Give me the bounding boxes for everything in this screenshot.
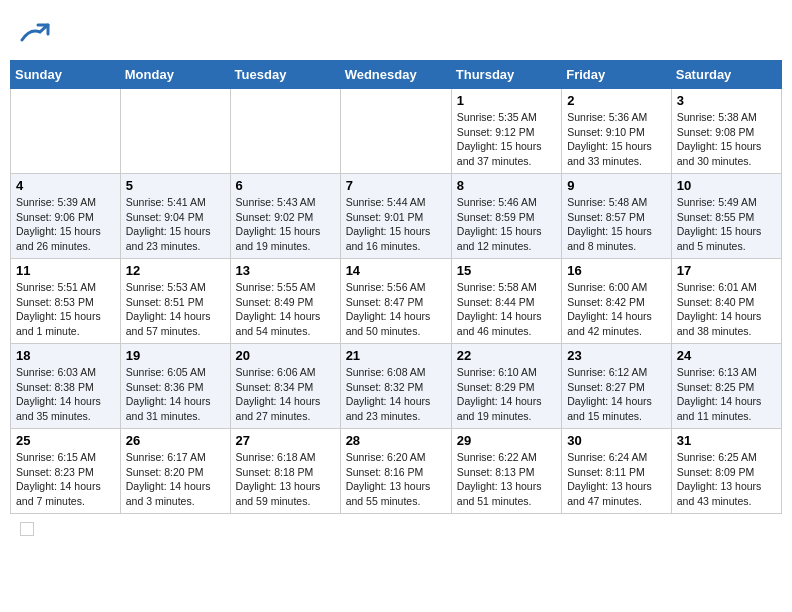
day-number: 27 bbox=[236, 433, 335, 448]
day-info: Sunrise: 6:22 AM Sunset: 8:13 PM Dayligh… bbox=[457, 450, 556, 509]
calendar-table: SundayMondayTuesdayWednesdayThursdayFrid… bbox=[10, 60, 782, 514]
day-info: Sunrise: 6:18 AM Sunset: 8:18 PM Dayligh… bbox=[236, 450, 335, 509]
day-number: 10 bbox=[677, 178, 776, 193]
day-number: 8 bbox=[457, 178, 556, 193]
day-number: 12 bbox=[126, 263, 225, 278]
calendar-day-header: Wednesday bbox=[340, 61, 451, 89]
calendar-day-header: Sunday bbox=[11, 61, 121, 89]
calendar-cell: 28Sunrise: 6:20 AM Sunset: 8:16 PM Dayli… bbox=[340, 429, 451, 514]
day-number: 22 bbox=[457, 348, 556, 363]
calendar-cell: 10Sunrise: 5:49 AM Sunset: 8:55 PM Dayli… bbox=[671, 174, 781, 259]
day-number: 15 bbox=[457, 263, 556, 278]
day-number: 30 bbox=[567, 433, 666, 448]
day-info: Sunrise: 6:00 AM Sunset: 8:42 PM Dayligh… bbox=[567, 280, 666, 339]
day-info: Sunrise: 5:55 AM Sunset: 8:49 PM Dayligh… bbox=[236, 280, 335, 339]
calendar-cell: 5Sunrise: 5:41 AM Sunset: 9:04 PM Daylig… bbox=[120, 174, 230, 259]
day-info: Sunrise: 6:03 AM Sunset: 8:38 PM Dayligh… bbox=[16, 365, 115, 424]
day-info: Sunrise: 5:41 AM Sunset: 9:04 PM Dayligh… bbox=[126, 195, 225, 254]
day-number: 21 bbox=[346, 348, 446, 363]
day-info: Sunrise: 5:35 AM Sunset: 9:12 PM Dayligh… bbox=[457, 110, 556, 169]
calendar-cell: 11Sunrise: 5:51 AM Sunset: 8:53 PM Dayli… bbox=[11, 259, 121, 344]
day-info: Sunrise: 6:01 AM Sunset: 8:40 PM Dayligh… bbox=[677, 280, 776, 339]
day-info: Sunrise: 5:48 AM Sunset: 8:57 PM Dayligh… bbox=[567, 195, 666, 254]
day-number: 1 bbox=[457, 93, 556, 108]
calendar-cell: 30Sunrise: 6:24 AM Sunset: 8:11 PM Dayli… bbox=[562, 429, 672, 514]
day-info: Sunrise: 5:39 AM Sunset: 9:06 PM Dayligh… bbox=[16, 195, 115, 254]
calendar-cell bbox=[11, 89, 121, 174]
day-info: Sunrise: 5:36 AM Sunset: 9:10 PM Dayligh… bbox=[567, 110, 666, 169]
calendar-cell: 6Sunrise: 5:43 AM Sunset: 9:02 PM Daylig… bbox=[230, 174, 340, 259]
calendar-cell: 14Sunrise: 5:56 AM Sunset: 8:47 PM Dayli… bbox=[340, 259, 451, 344]
day-info: Sunrise: 5:58 AM Sunset: 8:44 PM Dayligh… bbox=[457, 280, 556, 339]
day-info: Sunrise: 6:24 AM Sunset: 8:11 PM Dayligh… bbox=[567, 450, 666, 509]
day-number: 3 bbox=[677, 93, 776, 108]
day-number: 5 bbox=[126, 178, 225, 193]
daylight-box bbox=[20, 522, 34, 536]
calendar-cell: 4Sunrise: 5:39 AM Sunset: 9:06 PM Daylig… bbox=[11, 174, 121, 259]
calendar-week-row: 1Sunrise: 5:35 AM Sunset: 9:12 PM Daylig… bbox=[11, 89, 782, 174]
logo bbox=[20, 20, 54, 50]
calendar-day-header: Saturday bbox=[671, 61, 781, 89]
calendar-cell: 9Sunrise: 5:48 AM Sunset: 8:57 PM Daylig… bbox=[562, 174, 672, 259]
calendar-cell: 3Sunrise: 5:38 AM Sunset: 9:08 PM Daylig… bbox=[671, 89, 781, 174]
day-info: Sunrise: 5:44 AM Sunset: 9:01 PM Dayligh… bbox=[346, 195, 446, 254]
day-info: Sunrise: 6:05 AM Sunset: 8:36 PM Dayligh… bbox=[126, 365, 225, 424]
day-info: Sunrise: 5:51 AM Sunset: 8:53 PM Dayligh… bbox=[16, 280, 115, 339]
calendar-day-header: Monday bbox=[120, 61, 230, 89]
footer bbox=[10, 514, 782, 536]
day-number: 18 bbox=[16, 348, 115, 363]
calendar-cell: 29Sunrise: 6:22 AM Sunset: 8:13 PM Dayli… bbox=[451, 429, 561, 514]
day-number: 2 bbox=[567, 93, 666, 108]
calendar-week-row: 4Sunrise: 5:39 AM Sunset: 9:06 PM Daylig… bbox=[11, 174, 782, 259]
day-info: Sunrise: 5:43 AM Sunset: 9:02 PM Dayligh… bbox=[236, 195, 335, 254]
day-info: Sunrise: 6:13 AM Sunset: 8:25 PM Dayligh… bbox=[677, 365, 776, 424]
day-info: Sunrise: 5:56 AM Sunset: 8:47 PM Dayligh… bbox=[346, 280, 446, 339]
calendar-week-row: 11Sunrise: 5:51 AM Sunset: 8:53 PM Dayli… bbox=[11, 259, 782, 344]
calendar-cell: 18Sunrise: 6:03 AM Sunset: 8:38 PM Dayli… bbox=[11, 344, 121, 429]
calendar-week-row: 25Sunrise: 6:15 AM Sunset: 8:23 PM Dayli… bbox=[11, 429, 782, 514]
calendar-cell bbox=[230, 89, 340, 174]
day-info: Sunrise: 5:53 AM Sunset: 8:51 PM Dayligh… bbox=[126, 280, 225, 339]
day-number: 25 bbox=[16, 433, 115, 448]
calendar-cell: 25Sunrise: 6:15 AM Sunset: 8:23 PM Dayli… bbox=[11, 429, 121, 514]
day-info: Sunrise: 6:25 AM Sunset: 8:09 PM Dayligh… bbox=[677, 450, 776, 509]
day-number: 31 bbox=[677, 433, 776, 448]
day-number: 11 bbox=[16, 263, 115, 278]
calendar-cell: 21Sunrise: 6:08 AM Sunset: 8:32 PM Dayli… bbox=[340, 344, 451, 429]
day-number: 9 bbox=[567, 178, 666, 193]
calendar-cell: 16Sunrise: 6:00 AM Sunset: 8:42 PM Dayli… bbox=[562, 259, 672, 344]
page-header bbox=[10, 10, 782, 55]
day-info: Sunrise: 6:08 AM Sunset: 8:32 PM Dayligh… bbox=[346, 365, 446, 424]
day-info: Sunrise: 5:49 AM Sunset: 8:55 PM Dayligh… bbox=[677, 195, 776, 254]
calendar-day-header: Thursday bbox=[451, 61, 561, 89]
calendar-cell: 19Sunrise: 6:05 AM Sunset: 8:36 PM Dayli… bbox=[120, 344, 230, 429]
day-info: Sunrise: 6:12 AM Sunset: 8:27 PM Dayligh… bbox=[567, 365, 666, 424]
calendar-cell: 22Sunrise: 6:10 AM Sunset: 8:29 PM Dayli… bbox=[451, 344, 561, 429]
day-info: Sunrise: 6:06 AM Sunset: 8:34 PM Dayligh… bbox=[236, 365, 335, 424]
calendar-header-row: SundayMondayTuesdayWednesdayThursdayFrid… bbox=[11, 61, 782, 89]
day-number: 16 bbox=[567, 263, 666, 278]
calendar-cell: 27Sunrise: 6:18 AM Sunset: 8:18 PM Dayli… bbox=[230, 429, 340, 514]
day-number: 26 bbox=[126, 433, 225, 448]
day-info: Sunrise: 6:15 AM Sunset: 8:23 PM Dayligh… bbox=[16, 450, 115, 509]
calendar-cell: 23Sunrise: 6:12 AM Sunset: 8:27 PM Dayli… bbox=[562, 344, 672, 429]
day-info: Sunrise: 6:10 AM Sunset: 8:29 PM Dayligh… bbox=[457, 365, 556, 424]
day-info: Sunrise: 6:20 AM Sunset: 8:16 PM Dayligh… bbox=[346, 450, 446, 509]
day-number: 19 bbox=[126, 348, 225, 363]
day-number: 7 bbox=[346, 178, 446, 193]
calendar-week-row: 18Sunrise: 6:03 AM Sunset: 8:38 PM Dayli… bbox=[11, 344, 782, 429]
calendar-cell: 31Sunrise: 6:25 AM Sunset: 8:09 PM Dayli… bbox=[671, 429, 781, 514]
day-number: 20 bbox=[236, 348, 335, 363]
calendar-cell: 12Sunrise: 5:53 AM Sunset: 8:51 PM Dayli… bbox=[120, 259, 230, 344]
calendar-cell: 20Sunrise: 6:06 AM Sunset: 8:34 PM Dayli… bbox=[230, 344, 340, 429]
day-number: 29 bbox=[457, 433, 556, 448]
day-number: 4 bbox=[16, 178, 115, 193]
calendar-cell: 2Sunrise: 5:36 AM Sunset: 9:10 PM Daylig… bbox=[562, 89, 672, 174]
calendar-cell: 26Sunrise: 6:17 AM Sunset: 8:20 PM Dayli… bbox=[120, 429, 230, 514]
calendar-cell: 1Sunrise: 5:35 AM Sunset: 9:12 PM Daylig… bbox=[451, 89, 561, 174]
day-info: Sunrise: 5:46 AM Sunset: 8:59 PM Dayligh… bbox=[457, 195, 556, 254]
day-number: 23 bbox=[567, 348, 666, 363]
calendar-day-header: Friday bbox=[562, 61, 672, 89]
calendar-cell bbox=[120, 89, 230, 174]
calendar-cell: 13Sunrise: 5:55 AM Sunset: 8:49 PM Dayli… bbox=[230, 259, 340, 344]
